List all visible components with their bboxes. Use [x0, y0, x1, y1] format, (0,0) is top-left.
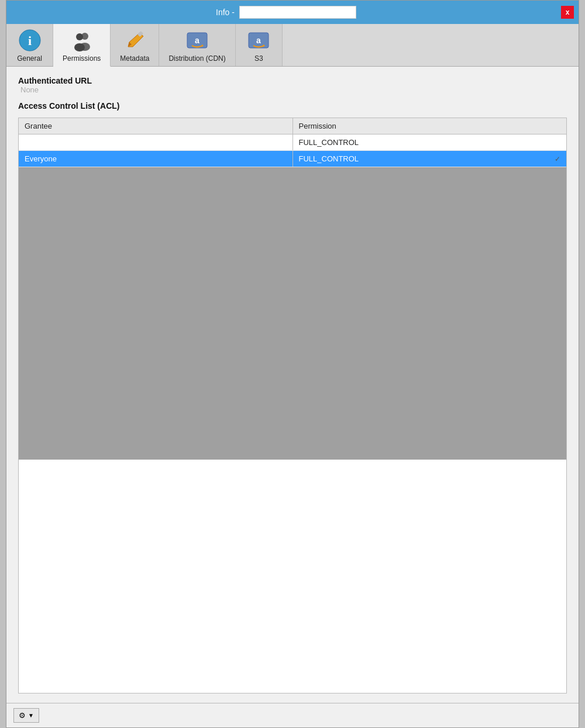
row2-permission: FULL_CONTROL ✓	[292, 151, 566, 167]
svg-text:i: i	[27, 33, 31, 48]
dropdown-arrow-icon[interactable]: ✓	[555, 155, 560, 163]
acl-empty-area	[19, 167, 566, 460]
column-grantee: Grantee	[19, 118, 292, 134]
svg-text:a: a	[195, 36, 199, 45]
gear-icon: ⚙	[19, 711, 26, 720]
gear-button[interactable]: ⚙ ▼	[13, 708, 39, 723]
pencil-icon	[123, 29, 146, 52]
tab-metadata[interactable]: Metadata	[111, 24, 159, 66]
title-input[interactable]	[239, 6, 356, 19]
permission-cell: FULL_CONTROL ✓	[299, 154, 561, 163]
svg-text:a: a	[256, 36, 261, 45]
row2-grantee: Everyone	[19, 151, 292, 167]
svg-point-5	[74, 43, 85, 51]
amazon-cdn-icon: a	[185, 29, 209, 52]
tab-distribution-label: Distribution (CDN)	[168, 54, 225, 63]
tab-general-label: General	[17, 54, 42, 63]
main-content: Authenticated URL None Access Control Li…	[6, 67, 579, 703]
window-title: Info -	[216, 8, 235, 17]
acl-section: Access Control List (ACL)	[18, 101, 567, 111]
authenticated-url-value: None	[20, 85, 567, 94]
row1-grantee	[19, 134, 292, 151]
tab-bar: i General Permissions	[6, 24, 579, 67]
amazon-s3-icon: a	[247, 29, 270, 52]
footer: ⚙ ▼	[6, 703, 579, 727]
close-button[interactable]: x	[561, 6, 574, 19]
info-icon: i	[18, 29, 42, 52]
tab-permissions[interactable]: Permissions	[53, 24, 111, 67]
table-row[interactable]: FULL_CONTROL	[19, 134, 566, 151]
permissions-icon	[70, 29, 94, 52]
tab-s3[interactable]: a S3	[236, 24, 283, 66]
authenticated-url-section: Authenticated URL None	[18, 76, 567, 94]
column-permission: Permission	[292, 118, 566, 134]
acl-table-container: Grantee Permission FULL_CONTROL Everyone	[18, 118, 567, 694]
tab-distribution[interactable]: a Distribution (CDN)	[159, 24, 235, 66]
svg-point-4	[76, 33, 83, 40]
tab-s3-label: S3	[254, 54, 263, 63]
title-bar: Info - x	[6, 1, 579, 24]
acl-table-header: Grantee Permission	[19, 118, 566, 134]
row1-permission-value: FULL_CONTROL	[299, 138, 359, 147]
row1-permission: FULL_CONTROL	[292, 134, 566, 151]
table-row[interactable]: Everyone FULL_CONTROL ✓	[19, 151, 566, 167]
acl-table: Grantee Permission FULL_CONTROL Everyone	[19, 118, 566, 167]
tab-metadata-label: Metadata	[120, 54, 149, 63]
acl-title: Access Control List (ACL)	[18, 101, 567, 111]
authenticated-url-title: Authenticated URL	[18, 76, 567, 85]
tab-general[interactable]: i General	[6, 24, 53, 66]
main-window: Info - x i General	[6, 0, 579, 728]
gear-dropdown-arrow: ▼	[28, 712, 34, 719]
tab-permissions-label: Permissions	[63, 54, 101, 63]
title-bar-content: Info -	[11, 6, 561, 19]
row2-permission-value: FULL_CONTROL	[299, 154, 555, 163]
